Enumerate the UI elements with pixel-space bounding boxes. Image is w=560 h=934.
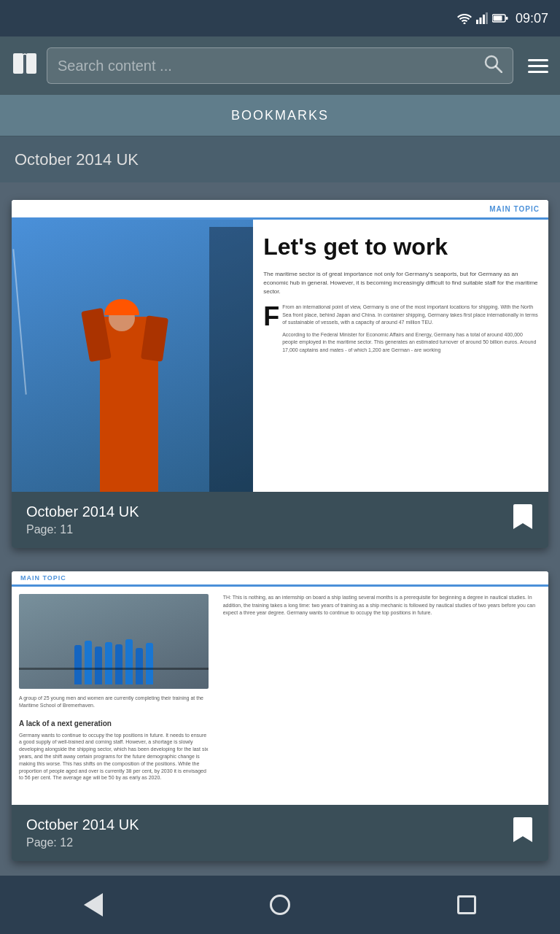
card-page-2: Page: 12 (26, 836, 139, 849)
card-image-2: MAIN TOPIC (12, 571, 548, 805)
bookmark-icon-2[interactable] (512, 817, 534, 849)
recents-icon (457, 895, 476, 914)
magazine-page-2: MAIN TOPIC (12, 571, 548, 805)
svg-point-0 (463, 23, 465, 25)
section-header: October 2014 UK (0, 136, 560, 182)
mag-topic-1: MAIN TOPIC (489, 205, 540, 213)
svg-rect-2 (479, 18, 481, 24)
mag-col-left-2: A group of 25 young men and women are cu… (12, 587, 216, 805)
card-info-2: October 2014 UK Page: 12 (12, 805, 548, 861)
svg-rect-7 (505, 17, 508, 20)
mag-subheading-2: A lack of a next generation (19, 719, 209, 727)
card-title-2: October 2014 UK (26, 817, 139, 833)
bottom-nav (0, 876, 560, 934)
svg-rect-4 (486, 12, 488, 24)
bookmark-card-2[interactable]: MAIN TOPIC (12, 571, 548, 861)
header (0, 36, 560, 95)
search-bar[interactable] (47, 47, 513, 84)
status-icons (457, 12, 508, 24)
mag-col-right-2: TH: This is nothing, as an internship on… (216, 587, 548, 805)
menu-icon[interactable] (528, 59, 548, 73)
search-input[interactable] (58, 58, 483, 74)
back-icon (84, 893, 103, 916)
wifi-icon (457, 12, 472, 24)
mag-body-2: From an international point of view, Ger… (282, 304, 538, 327)
card-image-1: MAIN TOPIC (12, 200, 548, 492)
svg-rect-8 (13, 53, 23, 74)
card-info-1: October 2014 UK Page: 11 (12, 492, 548, 548)
svg-rect-1 (476, 20, 478, 24)
back-button[interactable] (71, 883, 115, 927)
card-title-1: October 2014 UK (26, 503, 139, 520)
mag-topic-2: MAIN TOPIC (20, 574, 66, 582)
recents-button[interactable] (445, 883, 489, 927)
status-bar: 09:07 (0, 0, 560, 36)
home-button[interactable] (258, 883, 302, 927)
svg-rect-3 (483, 15, 485, 24)
section-title: October 2014 UK (15, 150, 139, 169)
status-time: 09:07 (516, 11, 548, 26)
svg-rect-9 (26, 53, 36, 74)
card-page-1: Page: 11 (26, 523, 139, 536)
mag-body-1: The maritime sector is of great importan… (263, 270, 538, 296)
mag-image-col-1 (12, 220, 253, 492)
book-icon[interactable] (12, 52, 38, 80)
mag-headline-1: Let's get to work (263, 234, 538, 260)
mag-body-3: According to the Federal Minister for Ec… (282, 331, 538, 355)
bookmark-card-1[interactable]: MAIN TOPIC (12, 200, 548, 548)
bookmarks-label: BOOKMARKS (231, 108, 329, 123)
mag-caption-2: A group of 25 young men and women are cu… (19, 695, 209, 709)
svg-line-12 (496, 66, 502, 72)
home-icon (270, 895, 290, 915)
mag-text-col-1: Let's get to work The maritime sector is… (253, 220, 548, 492)
bookmarks-bar: BOOKMARKS (0, 95, 560, 136)
mag-body-right-2: TH: This is nothing, as an internship on… (223, 594, 541, 617)
magazine-page-1: MAIN TOPIC (12, 200, 548, 492)
bookmark-icon-1[interactable] (512, 504, 534, 536)
dropcap-1: F (263, 304, 279, 354)
mag-body-left-2: Germany wants to continue to occupy the … (19, 732, 209, 782)
svg-rect-6 (493, 16, 502, 21)
content-area: MAIN TOPIC (0, 182, 560, 934)
signal-icon (476, 12, 488, 24)
search-icon[interactable] (483, 54, 502, 77)
battery-icon (492, 13, 508, 23)
